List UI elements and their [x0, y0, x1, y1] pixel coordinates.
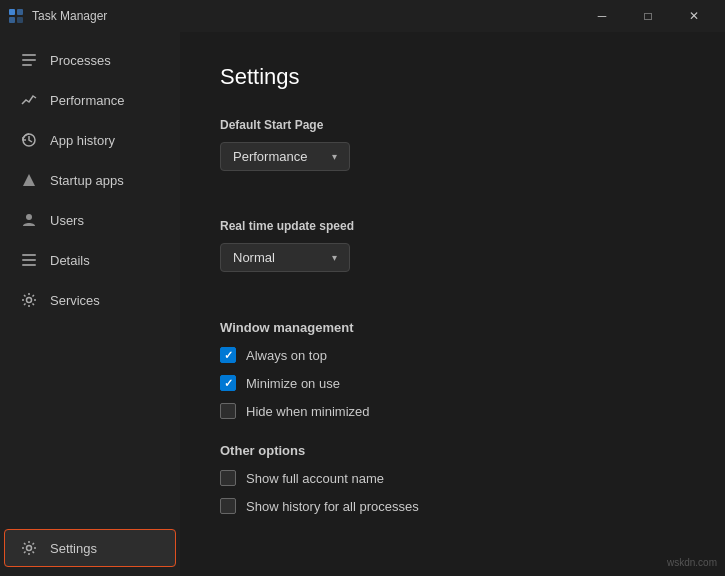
minimize-on-use-label: Minimize on use — [246, 376, 340, 391]
svg-rect-11 — [22, 259, 36, 261]
svg-rect-10 — [22, 254, 36, 256]
window-management-header: Window management — [220, 320, 685, 335]
sidebar-item-performance[interactable]: Performance — [4, 81, 176, 119]
titlebar: Task Manager ─ □ ✕ — [0, 0, 725, 32]
details-icon — [20, 251, 38, 269]
svg-rect-3 — [17, 17, 23, 23]
svg-rect-0 — [9, 9, 15, 15]
sidebar-item-services[interactable]: Services — [4, 281, 176, 319]
sidebar-spacer — [0, 320, 180, 528]
titlebar-controls: ─ □ ✕ — [579, 0, 717, 32]
default-start-page-dropdown[interactable]: Performance ▾ — [220, 142, 350, 171]
main-area: Processes Performance — [0, 32, 725, 576]
window-title: Task Manager — [32, 9, 107, 23]
svg-marker-8 — [23, 174, 35, 186]
default-start-page-value: Performance — [233, 149, 307, 164]
watermark: wskdn.com — [667, 557, 717, 568]
sidebar-item-settings[interactable]: Settings — [4, 529, 176, 567]
close-button[interactable]: ✕ — [671, 0, 717, 32]
window: Task Manager ─ □ ✕ Processes — [0, 0, 725, 576]
default-start-page-section: Default Start Page Performance ▾ — [220, 118, 685, 195]
sidebar-label-app-history: App history — [50, 133, 115, 148]
show-history-checkbox[interactable] — [220, 498, 236, 514]
sidebar-label-processes: Processes — [50, 53, 111, 68]
sidebar-item-app-history[interactable]: App history — [4, 121, 176, 159]
titlebar-left: Task Manager — [8, 8, 107, 24]
performance-icon — [20, 91, 38, 109]
window-management-section: Window management Always on top Minimize… — [220, 320, 685, 419]
show-history-item[interactable]: Show history for all processes — [220, 498, 685, 514]
processes-icon — [20, 51, 38, 69]
show-full-account-checkbox[interactable] — [220, 470, 236, 486]
show-history-label: Show history for all processes — [246, 499, 419, 514]
svg-rect-6 — [22, 64, 32, 66]
default-start-page-label: Default Start Page — [220, 118, 685, 132]
svg-rect-1 — [17, 9, 23, 15]
realtime-update-section: Real time update speed Normal ▾ — [220, 219, 685, 296]
always-on-top-label: Always on top — [246, 348, 327, 363]
svg-rect-5 — [22, 59, 36, 61]
startup-icon — [20, 171, 38, 189]
hide-when-minimized-item[interactable]: Hide when minimized — [220, 403, 685, 419]
other-options-header: Other options — [220, 443, 685, 458]
svg-rect-4 — [22, 54, 36, 56]
show-full-account-item[interactable]: Show full account name — [220, 470, 685, 486]
hide-when-minimized-checkbox[interactable] — [220, 403, 236, 419]
settings-icon — [20, 539, 38, 557]
minimize-on-use-checkbox[interactable] — [220, 375, 236, 391]
sidebar-item-details[interactable]: Details — [4, 241, 176, 279]
svg-point-13 — [27, 298, 32, 303]
content-area: Settings Default Start Page Performance … — [180, 32, 725, 576]
hide-when-minimized-label: Hide when minimized — [246, 404, 370, 419]
svg-point-14 — [27, 546, 32, 551]
always-on-top-checkbox[interactable] — [220, 347, 236, 363]
svg-point-9 — [26, 214, 32, 220]
svg-rect-12 — [22, 264, 36, 266]
chevron-down-icon-2: ▾ — [332, 252, 337, 263]
sidebar-label-details: Details — [50, 253, 90, 268]
sidebar-label-services: Services — [50, 293, 100, 308]
sidebar-label-startup-apps: Startup apps — [50, 173, 124, 188]
minimize-on-use-item[interactable]: Minimize on use — [220, 375, 685, 391]
sidebar-item-users[interactable]: Users — [4, 201, 176, 239]
services-icon — [20, 291, 38, 309]
app-history-icon — [20, 131, 38, 149]
sidebar-item-processes[interactable]: Processes — [4, 41, 176, 79]
always-on-top-item[interactable]: Always on top — [220, 347, 685, 363]
sidebar-label-settings: Settings — [50, 541, 97, 556]
maximize-button[interactable]: □ — [625, 0, 671, 32]
realtime-update-label: Real time update speed — [220, 219, 685, 233]
app-icon — [8, 8, 24, 24]
sidebar-label-performance: Performance — [50, 93, 124, 108]
sidebar-label-users: Users — [50, 213, 84, 228]
other-options-section: Other options Show full account name Sho… — [220, 443, 685, 514]
sidebar-item-startup-apps[interactable]: Startup apps — [4, 161, 176, 199]
svg-rect-2 — [9, 17, 15, 23]
minimize-button[interactable]: ─ — [579, 0, 625, 32]
chevron-down-icon: ▾ — [332, 151, 337, 162]
realtime-update-value: Normal — [233, 250, 275, 265]
users-icon — [20, 211, 38, 229]
page-title: Settings — [220, 64, 685, 90]
realtime-update-dropdown[interactable]: Normal ▾ — [220, 243, 350, 272]
show-full-account-label: Show full account name — [246, 471, 384, 486]
sidebar: Processes Performance — [0, 32, 180, 576]
